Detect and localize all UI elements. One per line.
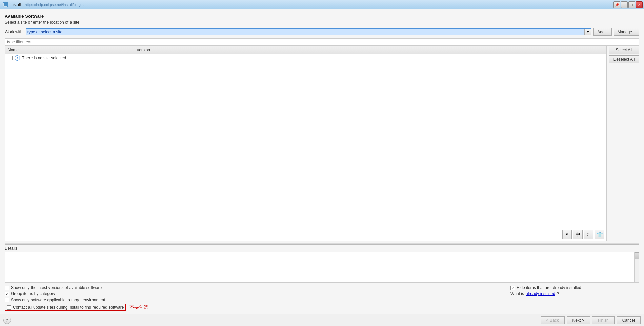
work-with-input-container: ▼ [26, 28, 591, 35]
select-all-button[interactable]: Select All [609, 46, 639, 54]
icon-shirt-btn[interactable]: 👕 [595, 230, 604, 239]
name-column-header: Name [5, 46, 134, 54]
icon-zh-btn[interactable]: 中 [573, 230, 583, 239]
checkbox-contact-update-sites[interactable] [7, 305, 11, 310]
bottom-icons-area: S 中 ☾ 👕 [5, 229, 604, 241]
label-latest-versions: Show only the latest versions of availab… [11, 285, 102, 290]
details-scrollbar[interactable] [634, 252, 639, 282]
filter-row [5, 38, 639, 46]
icon-s-btn[interactable]: S [562, 230, 572, 239]
maximize-btn[interactable]: □ [628, 1, 635, 8]
work-with-row: Work with: ▼ Add... Manage... [5, 28, 639, 36]
label-hide-installed: Hide items that are already installed [517, 285, 581, 290]
options-right: Hide items that are already installed Wh… [504, 285, 639, 311]
work-with-label: Work with: [5, 30, 24, 34]
help-button[interactable]: ? [3, 317, 11, 324]
table-row[interactable]: i There is no site selected. [5, 54, 606, 62]
svg-rect-0 [4, 3, 7, 6]
add-button[interactable]: Add... [593, 28, 611, 36]
info-icon: i [15, 55, 20, 61]
main-table-area: Name Version i There is no site selected… [5, 46, 639, 241]
details-scroll-thumb[interactable] [635, 252, 639, 259]
window-url: https://help.eclipse.net/install/plugins [25, 3, 85, 7]
label-group-by-category: Group items by category [11, 291, 55, 296]
checkbox-hide-installed[interactable] [510, 286, 515, 290]
header-section: Available Software Select a site or ente… [5, 14, 639, 25]
row-checkbox-0[interactable] [8, 56, 13, 60]
checkbox-applicable-to-target[interactable] [5, 298, 9, 302]
title-bar: Install https://help.eclipse.net/install… [0, 0, 644, 9]
row-text-0: There is no site selected. [22, 56, 67, 60]
work-with-dropdown-btn[interactable]: ▼ [584, 29, 591, 35]
details-section [5, 252, 639, 283]
option-what-is-installed: What is already installed ? [510, 291, 639, 296]
page-subtitle: Select a site or enter the location of a… [5, 20, 639, 25]
annotation-text: 不要勾选 [129, 304, 148, 310]
option-latest-versions: Show only the latest versions of availab… [5, 285, 504, 290]
options-section: Show only the latest versions of availab… [5, 285, 639, 311]
bottom-left: ? [3, 317, 11, 324]
splitter[interactable] [5, 243, 639, 245]
question-mark: ? [557, 291, 559, 296]
details-label: Details [5, 246, 639, 251]
table-header: Name Version [5, 46, 606, 54]
option-contact-update-sites: Contact all update sites during install … [5, 304, 126, 311]
work-with-input[interactable] [26, 29, 584, 35]
back-button[interactable]: < Back [541, 316, 565, 324]
main-content: Available Software Select a site or ente… [0, 9, 644, 314]
label-contact-update-sites: Contact all update sites during install … [13, 305, 124, 310]
checkbox-group-by-category[interactable] [5, 292, 9, 296]
deselect-all-button[interactable]: Deselect All [609, 55, 639, 63]
minimize-btn[interactable]: — [621, 1, 628, 8]
checkbox-latest-versions[interactable] [5, 286, 9, 290]
version-column-header: Version [134, 46, 606, 54]
side-buttons: Select All Deselect All [607, 46, 639, 241]
filter-input[interactable] [5, 38, 639, 46]
icon-moon-btn[interactable]: ☾ [584, 230, 593, 239]
table-body: i There is no site selected. [5, 54, 606, 229]
already-installed-link[interactable]: already installed [526, 291, 555, 296]
manage-button[interactable]: Manage... [614, 28, 639, 36]
option-hide-installed: Hide items that are already installed [510, 285, 639, 290]
app-icon [3, 2, 8, 7]
option-group-by-category: Group items by category [5, 291, 504, 296]
finish-button[interactable]: Finish [592, 316, 615, 324]
pin-btn[interactable]: 📌 [613, 1, 620, 8]
option-applicable-to-target: Show only software applicable to target … [5, 298, 504, 302]
what-is-label: What is [510, 291, 524, 296]
next-button[interactable]: Next > [567, 316, 590, 324]
bottom-bar: ? < Back Next > Finish Cancel [0, 314, 644, 326]
window-title: Install [10, 2, 21, 7]
bottom-right: < Back Next > Finish Cancel [541, 316, 641, 324]
cancel-button[interactable]: Cancel [617, 316, 641, 324]
label-applicable-to-target: Show only software applicable to target … [11, 298, 105, 302]
page-title: Available Software [5, 14, 639, 19]
window-controls: 📌 — □ ✕ [613, 1, 643, 8]
software-table: Name Version i There is no site selected… [5, 46, 607, 241]
options-left: Show only the latest versions of availab… [5, 285, 504, 311]
close-btn[interactable]: ✕ [636, 1, 643, 8]
